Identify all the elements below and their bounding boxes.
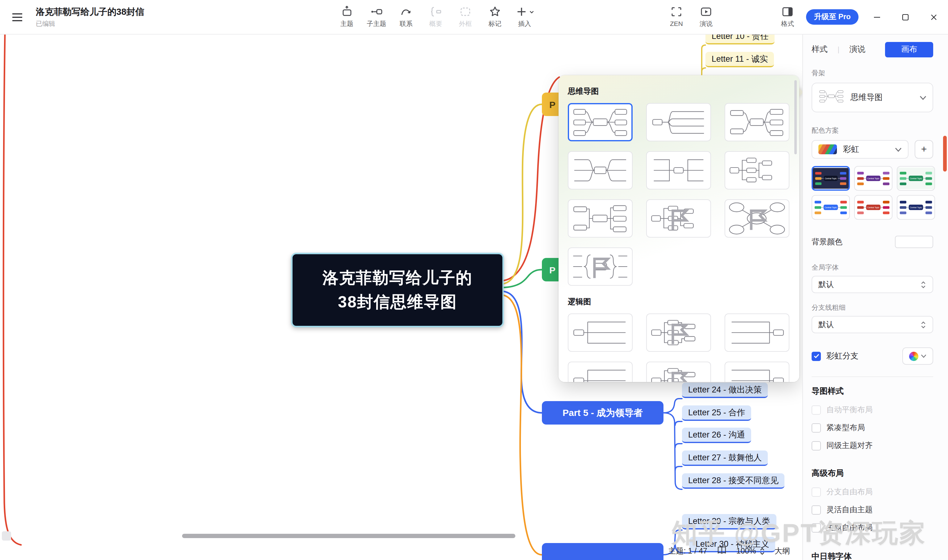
- color-scheme-select[interactable]: 彩虹: [812, 140, 908, 158]
- letter-topic[interactable]: Letter 27 - 鼓舞他人: [682, 451, 768, 466]
- letter-topic[interactable]: Letter 26 - 沟通: [682, 428, 751, 443]
- letter-topic[interactable]: Letter 10 - 责任: [705, 34, 775, 45]
- layout-option[interactable]: 主题自由布局: [812, 523, 933, 532]
- structure-thumb-tree-right-lines[interactable]: [646, 103, 711, 141]
- option-label: 灵活自由主题: [826, 505, 873, 515]
- relationship-icon: [400, 6, 412, 18]
- rainbow-swatch-icon: [819, 145, 837, 154]
- maximize-button[interactable]: [891, 0, 920, 34]
- present-button[interactable]: 演说: [691, 0, 721, 28]
- minimize-button[interactable]: [863, 0, 891, 34]
- checkbox-icon[interactable]: [812, 441, 821, 450]
- scheme-card-4[interactable]: Central Topic: [812, 195, 850, 220]
- outline-book-icon[interactable]: [717, 546, 727, 557]
- structure-grid: [568, 103, 790, 286]
- toolbar-label: 概要: [429, 20, 442, 28]
- branch-width-value: 默认: [819, 319, 834, 330]
- menu-button[interactable]: [10, 10, 25, 25]
- scheme-card-3[interactable]: Central Topic: [897, 166, 935, 191]
- structure-thumb-bracket-both-boxes[interactable]: [568, 248, 633, 286]
- layout-option[interactable]: 紧凑型布局: [812, 423, 933, 432]
- scheme-card-2[interactable]: Central Topic: [854, 166, 893, 191]
- structure-thumb-logic-right-boxes[interactable]: [646, 362, 711, 382]
- toolbar-summary-button: 概要: [421, 0, 451, 28]
- panel-tab-canvas[interactable]: 画布: [885, 42, 933, 57]
- toolbar-subtopic-button[interactable]: 子主题: [362, 0, 391, 28]
- toolbar-topic-button[interactable]: 主题: [332, 0, 362, 28]
- rainbow-branch-checkbox[interactable]: [812, 351, 821, 361]
- popup-scrollbar[interactable]: [794, 80, 797, 154]
- structure-thumb-boxes-both[interactable]: [725, 103, 789, 141]
- part5-topic[interactable]: Part 5 - 成为领导者: [542, 401, 663, 425]
- letter-topic[interactable]: Letter 29 - 宗教与人类: [682, 514, 776, 529]
- pro-badge-icon: [649, 201, 708, 238]
- boundary-icon: [459, 6, 471, 18]
- structure-grid: [568, 314, 790, 382]
- checkbox-icon[interactable]: [812, 505, 821, 514]
- outline-toggle[interactable]: 大纲: [774, 546, 790, 556]
- structure-thumb-boxes-both-elbow[interactable]: [568, 199, 633, 238]
- svg-text:Central Topic: Central Topic: [910, 206, 922, 209]
- scheme-card-5[interactable]: Central Topic: [854, 195, 893, 220]
- structure-thumb-elbow-both-lines[interactable]: [646, 151, 711, 189]
- scheme-card-1[interactable]: Central Topic: [812, 166, 850, 191]
- structure-thumb-bubbles[interactable]: [725, 199, 789, 238]
- background-color-swatch[interactable]: [895, 236, 933, 248]
- add-scheme-button[interactable]: +: [915, 140, 933, 158]
- central-topic[interactable]: 洛克菲勒写给儿子的 38封信思维导图: [291, 253, 503, 327]
- panel-scrollbar[interactable]: [942, 34, 948, 560]
- structure-thumb-logic-left-lines[interactable]: [725, 362, 789, 382]
- option-label: 自动平衡布局: [826, 405, 873, 415]
- zen-mode-button[interactable]: ZEN: [662, 0, 691, 28]
- skeleton-value: 思维导图: [851, 92, 883, 103]
- zoom-stepper-icon: [759, 546, 765, 556]
- svg-text:Central Topic: Central Topic: [867, 206, 879, 209]
- close-button[interactable]: [920, 0, 948, 34]
- checkbox-icon[interactable]: [812, 423, 821, 432]
- marker-icon: [489, 6, 501, 18]
- rainbow-color-dropdown[interactable]: [902, 348, 933, 365]
- letter-topic[interactable]: Letter 28 - 接受不同意见: [682, 473, 785, 489]
- panel-scrollbar-thumb[interactable]: [943, 136, 947, 172]
- structure-thumb-mindmap[interactable]: [568, 103, 633, 141]
- skeleton-select[interactable]: 思维导图: [812, 83, 933, 112]
- global-font-value: 默认: [819, 279, 834, 290]
- layout-option[interactable]: 同级主题对齐: [812, 441, 933, 451]
- toolbar-insert-button[interactable]: 插入: [510, 0, 539, 28]
- toolbar-marker-button[interactable]: 标记: [480, 0, 510, 28]
- structure-thumb-boxes-right-tree[interactable]: [725, 151, 789, 189]
- scheme-card-6[interactable]: Central Topic: [897, 195, 935, 220]
- map-style-title: 导图样式: [812, 386, 933, 397]
- document-title: 洛克菲勒写给儿子的38封信: [36, 6, 144, 18]
- branch-width-label: 分支线粗细: [812, 303, 933, 312]
- mindmap-canvas[interactable]: P P 洛克菲勒写给儿子的 38封信思维导图 Part 5 - 成为领导者 主题…: [0, 34, 802, 560]
- format-panel-toggle[interactable]: 格式: [773, 0, 802, 28]
- structure-thumb-logic-right-lines[interactable]: [568, 314, 633, 352]
- part-topic-bottom[interactable]: [542, 543, 663, 560]
- present-icon: [700, 6, 712, 18]
- panel-tab-present[interactable]: 演说: [849, 44, 865, 55]
- panel-tab-style[interactable]: 样式: [812, 44, 828, 55]
- layout-option[interactable]: 灵活自由主题: [812, 505, 933, 515]
- horizontal-scrollbar[interactable]: [182, 534, 516, 538]
- branch-width-select[interactable]: 默认: [812, 316, 933, 333]
- structure-thumb-boxes-right-tree2[interactable]: [646, 199, 711, 238]
- zoom-control[interactable]: 100%: [736, 546, 765, 556]
- scroll-corner: [2, 531, 11, 540]
- option-label: 同级主题对齐: [826, 440, 873, 451]
- letter-topic[interactable]: Letter 24 - 做出决策: [682, 383, 768, 398]
- letter-topic[interactable]: Letter 11 - 诚实: [705, 52, 774, 67]
- structure-thumb-logic-left-lines[interactable]: [725, 314, 789, 352]
- toolbar-relationship-button[interactable]: 联系: [391, 0, 421, 28]
- structure-thumb-bracket-both-lines[interactable]: [568, 151, 633, 189]
- divider: [812, 377, 933, 377]
- scheme-label: 配色方案: [812, 126, 933, 135]
- global-font-select[interactable]: 默认: [812, 276, 933, 293]
- status-bar: 主题: 1 / 47 100% 大纲: [668, 546, 790, 557]
- structure-thumb-logic-right-lines[interactable]: [568, 362, 633, 382]
- upgrade-pro-button[interactable]: 升级至 Pro: [806, 9, 859, 25]
- letter-topic[interactable]: Letter 25 - 合作: [682, 405, 751, 421]
- checkbox-icon[interactable]: [812, 523, 821, 532]
- structure-thumb-logic-right-boxes[interactable]: [646, 314, 711, 352]
- mindmap-structure-icon: [819, 88, 844, 107]
